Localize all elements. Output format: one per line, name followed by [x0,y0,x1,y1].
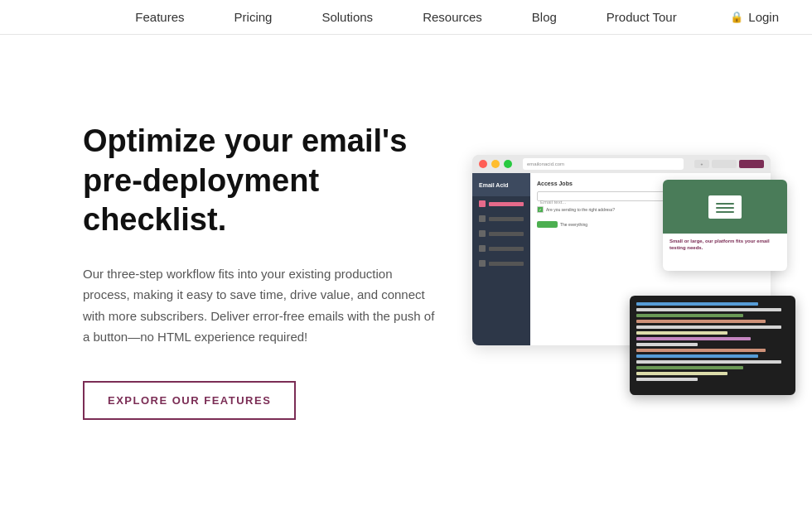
browser-titlebar: emailonacid.com + [472,155,771,173]
overlay-window: Small or large, our platform fits your e… [663,180,787,271]
nav-item-solutions[interactable]: Solutions [321,10,373,25]
code-line-7 [636,337,751,340]
main-nav: Features Pricing Solutions Resources Blo… [0,0,812,35]
code-line-11 [636,360,781,364]
sidebar-label [489,202,524,206]
sidebar-icon-2 [479,215,486,222]
panel-title: Access Jobs [537,181,573,186]
sidebar-logo: Email Acid [472,173,530,196]
explore-features-button[interactable]: EXPLORE OUR FEATURES [83,381,296,420]
sidebar-label-2 [489,217,524,221]
sidebar-label-3 [489,232,524,236]
overlay-green-banner [663,180,787,234]
hero-title: Optimize your email's pre-deployment che… [83,122,439,240]
envelope-line-3 [716,211,734,213]
login-link[interactable]: 🔒 Login [730,10,779,24]
code-line-2 [636,308,781,311]
code-line-8 [636,343,698,346]
nav-item-blog[interactable]: Blog [532,10,557,25]
overlay-title: Small or large, our platform fits your e… [669,239,781,252]
sidebar-item-4 [472,241,530,256]
sidebar-item-1 [472,196,530,211]
code-overlay [630,296,795,395]
hero-section: Optimize your email's pre-deployment che… [0,35,812,490]
window-close-dot [479,160,487,168]
code-line-14 [636,378,698,381]
hero-right: emailonacid.com + Email Acid [472,155,779,387]
hero-description: Our three-step workflow fits into your e… [83,263,439,348]
address-bar: emailonacid.com [523,158,684,170]
code-line-13 [636,372,727,375]
sidebar-item-2 [472,211,530,226]
sidebar-icon-5 [479,260,486,267]
code-line-1 [636,302,758,306]
browser-button-2 [712,160,737,168]
sidebar-logo-text: Email Acid [479,182,509,188]
sidebar-icon [479,200,486,207]
envelope-icon [708,195,742,219]
lock-icon: 🔒 [730,11,743,23]
sidebar-item-3 [472,226,530,241]
nav-item-resources[interactable]: Resources [423,10,482,25]
browser-controls: + [694,160,764,168]
envelope-line-2 [716,207,734,209]
nav-links: Features Pricing Solutions Resources Blo… [135,10,676,25]
code-line-10 [636,354,758,358]
nav-item-product-tour[interactable]: Product Tour [607,10,677,25]
window-minimize-dot [491,160,500,168]
code-line-12 [636,366,743,369]
checkbox-1: ✓ [537,206,544,213]
sidebar-icon-4 [479,245,486,252]
code-line-6 [636,331,727,335]
code-line-9 [636,349,766,352]
browser-sidebar: Email Acid [472,173,530,345]
nav-item-pricing[interactable]: Pricing [234,10,273,25]
browser-action-button [739,160,764,168]
sidebar-label-4 [489,247,524,251]
overlay-text-section: Small or large, our platform fits your e… [663,234,787,257]
code-line-3 [636,314,743,317]
status-indicator [537,221,558,228]
screenshot-mockup: emailonacid.com + Email Acid [472,155,779,387]
sidebar-icon-3 [479,230,486,237]
browser-button: + [694,160,709,168]
hero-left: Optimize your email's pre-deployment che… [83,122,439,420]
code-line-5 [636,325,781,329]
window-maximize-dot [504,160,512,168]
sidebar-item-5 [472,256,530,271]
input-field-1: Email text... [537,191,669,201]
nav-item-features[interactable]: Features [135,10,184,25]
envelope-line-1 [716,203,734,205]
sidebar-label-5 [489,262,524,266]
code-line-4 [636,320,766,323]
